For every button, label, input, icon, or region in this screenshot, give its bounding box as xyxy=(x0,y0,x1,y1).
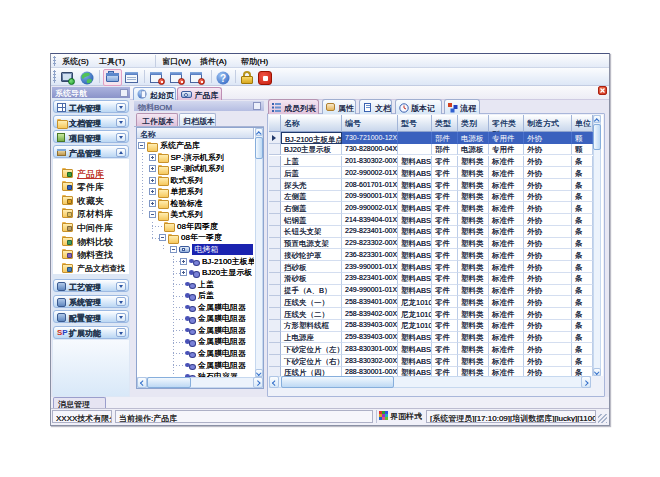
svg-text:?: ? xyxy=(220,73,226,84)
